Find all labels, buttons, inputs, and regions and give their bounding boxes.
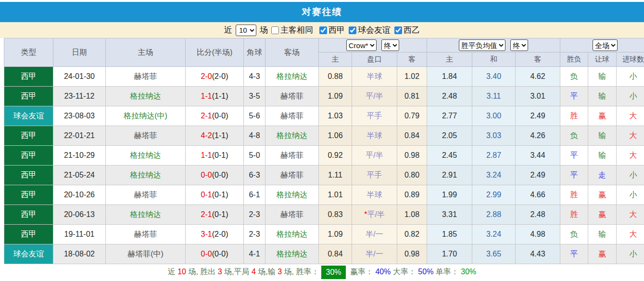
odds-home: 0.88 <box>319 67 352 87</box>
away-team: 格拉纳达 <box>265 244 319 264</box>
col-header-corner: 角球 <box>244 38 265 67</box>
summary-text: 场,输 <box>256 268 278 276</box>
halftime-score: (2-0) <box>212 230 228 238</box>
handicap-line: 半/一 <box>352 225 397 244</box>
away-team: 赫塔菲 <box>265 205 319 225</box>
goals-size: 小 <box>617 87 644 106</box>
odds-home: 1.06 <box>319 126 352 146</box>
league-filter-option[interactable]: 西甲 <box>319 25 345 36</box>
mean-home: 2.77 <box>427 106 472 126</box>
halftime-score: (0-0) <box>212 250 228 258</box>
summary-text: 大率： <box>391 268 418 276</box>
goals-size: 小 <box>617 244 644 264</box>
league-checkbox[interactable] <box>319 26 327 34</box>
corner-score: 6-1 <box>244 185 265 205</box>
fulltime-score: 0-0 <box>201 250 212 258</box>
filter-bar: 近 10 场 主客相同 西甲球会友谊西乙 <box>0 22 644 38</box>
goals-size: 大 <box>617 205 644 225</box>
result-wdl: 负 <box>560 126 588 146</box>
away-team: 赫塔菲 <box>265 87 319 106</box>
col-header-odds-home: 主 <box>319 52 352 67</box>
league-filter-option[interactable]: 西乙 <box>394 25 420 36</box>
goals-size: 大 <box>617 225 644 244</box>
same-venue-checkbox[interactable] <box>271 26 279 34</box>
mean-draw: 3.65 <box>472 244 516 264</box>
fulltime-score: 2-1 <box>201 210 212 218</box>
type-badge: 西甲 <box>4 225 53 244</box>
halftime-score: (1-1) <box>212 92 228 100</box>
goals-size: 大 <box>617 126 644 146</box>
odds-home: 1.03 <box>319 106 352 126</box>
odds-time-select[interactable]: 终 <box>381 39 399 51</box>
league-checkbox[interactable] <box>349 26 356 34</box>
mean-home: 2.45 <box>427 146 472 166</box>
league-checkbox[interactable] <box>394 26 402 34</box>
match-date: 21-05-24 <box>53 166 106 185</box>
mean-away: 2.49 <box>516 106 560 126</box>
mean-home: 1.84 <box>427 67 472 87</box>
table-row: 球会友谊23-08-03格拉纳达(中)2-1(0-0)5-6赫塔菲1.03平手0… <box>4 106 644 126</box>
table-row: 西甲20-10-26赫塔菲0-1(0-1)6-1格拉纳达1.01半球0.891.… <box>4 185 644 205</box>
handicap-result: 走 <box>588 166 617 185</box>
type-badge: 球会友谊 <box>4 244 53 264</box>
bookmaker-select[interactable]: Crow* <box>346 39 377 51</box>
odds-away: 1.02 <box>397 67 427 87</box>
score: 1-1(1-1) <box>186 87 244 106</box>
away-team: 赫塔菲 <box>265 146 319 166</box>
odds-away: 0.82 <box>397 225 427 244</box>
mean-time-select[interactable]: 终 <box>510 39 528 51</box>
mean-home: 2.05 <box>427 126 472 146</box>
summary-text: 场, 胜出 <box>186 268 218 276</box>
league-filter-option[interactable]: 球会友谊 <box>349 25 391 36</box>
col-header-mean-away: 客 <box>516 52 560 67</box>
table-row: 西甲24-01-30赫塔菲2-0(2-0)4-3格拉纳达0.88半球1.021.… <box>4 67 644 87</box>
league-label: 球会友谊 <box>358 25 391 36</box>
same-venue-option[interactable]: 主客相同 <box>271 25 313 36</box>
mean-away: 4.98 <box>516 225 560 244</box>
result-wdl: 平 <box>560 146 588 166</box>
halftime-score: (0-1) <box>212 210 228 218</box>
match-date: 22-01-21 <box>53 126 106 146</box>
result-wdl: 胜 <box>560 106 588 126</box>
col-header-date: 日期 <box>53 38 106 67</box>
handicap-line: 平手 <box>352 106 397 126</box>
odds-home: 1.01 <box>319 185 352 205</box>
corner-score: 2-3 <box>244 205 265 225</box>
recent-count-select[interactable]: 10 <box>236 25 256 36</box>
match-date: 24-01-30 <box>53 67 106 87</box>
col-header-odds-away: 客 <box>397 52 427 67</box>
table-row: 西甲22-01-21赫塔菲4-2(1-1)4-8格拉纳达1.06半球0.842.… <box>4 126 644 146</box>
fulltime-score: 0-0 <box>201 171 212 179</box>
league-label: 西乙 <box>404 25 420 36</box>
type-badge: 西甲 <box>4 67 53 87</box>
odds-group-header: Crow* 终 <box>319 38 427 52</box>
mean-away: 4.62 <box>516 67 560 87</box>
mean-draw: 3.00 <box>472 106 516 126</box>
fulltime-score: 1-1 <box>201 151 212 159</box>
away-team: 格拉纳达 <box>265 126 319 146</box>
handicap-result: 赢 <box>588 106 617 126</box>
score: 0-1(0-1) <box>186 185 244 205</box>
handicap-result: 输 <box>588 225 617 244</box>
win-count: 3 <box>218 268 222 276</box>
league-filter-group: 西甲球会友谊西乙 <box>316 25 420 36</box>
result-wdl: 平 <box>560 87 588 106</box>
handicap-line: 平手 <box>352 166 397 185</box>
col-header-type: 类型 <box>4 38 53 67</box>
mean-home: 3.31 <box>427 205 472 225</box>
odd-rate: 30% <box>461 268 476 276</box>
match-date: 18-08-02 <box>53 244 106 264</box>
corner-score: 3-5 <box>244 87 265 106</box>
table-row: 西甲23-11-12格拉纳达1-1(1-1)3-5赫塔菲1.09平/半0.812… <box>4 87 644 106</box>
home-team: 赫塔菲 <box>106 126 186 146</box>
match-scope-select[interactable]: 全场 <box>593 39 618 51</box>
result-wdl: 平 <box>560 166 588 185</box>
odds-away: 0.79 <box>397 106 427 126</box>
mean-type-select[interactable]: 胜平负均值 <box>459 39 505 51</box>
mean-home: 1.85 <box>427 225 472 244</box>
home-team: 格拉纳达(中) <box>106 106 186 126</box>
same-venue-label: 主客相同 <box>280 25 313 36</box>
games-label: 场 <box>260 25 268 36</box>
match-history-table: 类型 日期 主场 比分(半场) 角球 客场 Crow* 终 胜平负均值 终 全场 <box>4 38 644 264</box>
home-team: 赫塔菲(中) <box>106 244 186 264</box>
